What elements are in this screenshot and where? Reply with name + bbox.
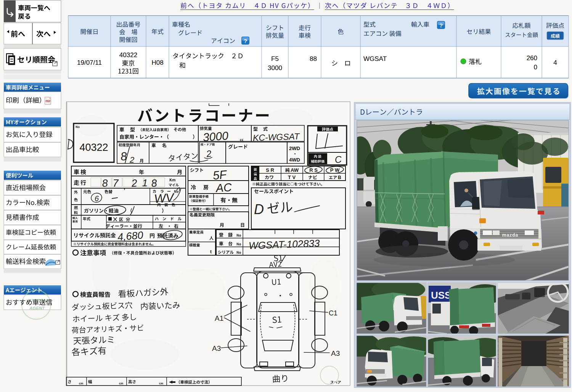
svg-text:40322: 40322 — [79, 142, 108, 153]
svg-text:0: 0 — [534, 64, 537, 71]
svg-text:5F: 5F — [212, 168, 228, 182]
svg-text:A1: A1 — [215, 314, 223, 322]
svg-text:F5: F5 — [271, 55, 279, 62]
svg-text:4WD: 4WD — [289, 157, 300, 163]
svg-text:3000: 3000 — [268, 64, 282, 72]
svg-text:88: 88 — [310, 55, 317, 62]
svg-text:AW: AW — [291, 167, 299, 173]
svg-text:R S: R S — [309, 167, 318, 173]
svg-text:1: 1 — [142, 177, 148, 189]
svg-text:?: ? — [244, 38, 247, 44]
svg-text:2: 2 — [129, 155, 134, 165]
svg-text:AGENT: AGENT — [29, 306, 45, 310]
svg-text:7: 7 — [112, 178, 119, 189]
svg-text:B: B — [338, 175, 341, 180]
svg-text:2WD: 2WD — [289, 146, 300, 151]
svg-text:260: 260 — [527, 54, 537, 62]
svg-text:P W: P W — [330, 167, 340, 173]
svg-text:WV: WV — [154, 190, 175, 206]
svg-text:H08: H08 — [151, 59, 163, 66]
svg-text:,: , — [123, 181, 126, 191]
svg-text:40322: 40322 — [119, 51, 137, 59]
svg-text:KC-WGSAT: KC-WGSAT — [253, 131, 300, 143]
svg-text:T V: T V — [288, 174, 296, 180]
svg-text:2: 2 — [130, 177, 138, 189]
svg-text:WGSAT: WGSAT — [363, 55, 387, 62]
svg-text:mazda: mazda — [502, 232, 518, 238]
svg-text:?: ? — [439, 22, 443, 29]
svg-text:4: 4 — [553, 59, 557, 66]
svg-text:t: t — [210, 249, 212, 254]
svg-text:A3: A3 — [331, 349, 340, 357]
svg-text:C1: C1 — [329, 309, 337, 317]
svg-text:S R: S R — [266, 167, 274, 173]
svg-text:8: 8 — [102, 178, 108, 189]
svg-text:A3: A3 — [212, 344, 221, 352]
svg-text:19/07/11: 19/07/11 — [77, 59, 102, 66]
svg-text:8: 8 — [151, 177, 157, 189]
svg-text:D: D — [254, 202, 264, 217]
svg-text:6: 6 — [95, 194, 99, 203]
svg-text:AC: AC — [215, 181, 232, 194]
svg-text:USS: USS — [431, 290, 451, 301]
svg-text:3000: 3000 — [202, 129, 229, 144]
